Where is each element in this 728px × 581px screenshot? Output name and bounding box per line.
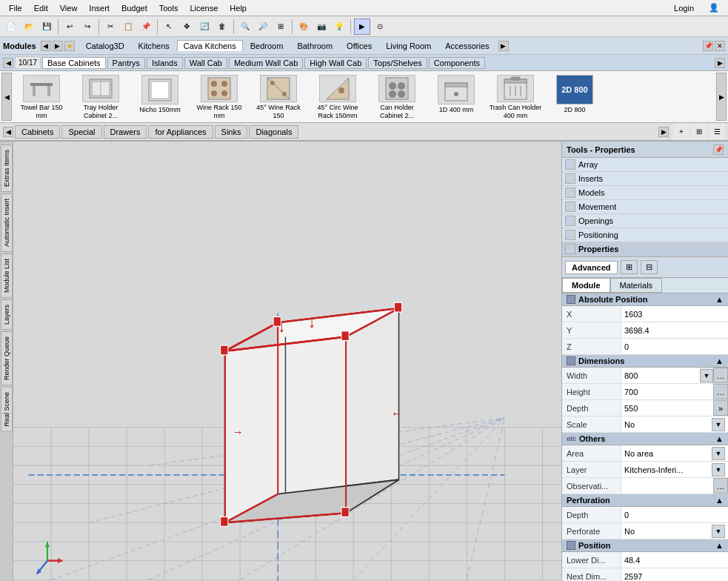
cat-tab-kitchens[interactable]: Kitchens: [132, 40, 176, 52]
sub-tab-base[interactable]: Base Cabinets: [42, 57, 106, 69]
item-nicho[interactable]: Nicho 150mm: [130, 73, 190, 121]
sub-scroll-right[interactable]: ▶: [715, 58, 725, 68]
y-input[interactable]: [624, 326, 725, 335]
catalog3d-star[interactable]: ★: [64, 41, 75, 51]
item-can-holder[interactable]: Can Holder Cabinet 2...: [367, 73, 427, 121]
cursor-btn[interactable]: ▶: [354, 19, 370, 35]
zoom-in-btn[interactable]: 🔍: [237, 19, 253, 35]
prop-value-lower-dim[interactable]: 48.4: [621, 552, 728, 568]
table-icon-tab[interactable]: ⊞: [621, 260, 638, 274]
cat-tab-bedroom[interactable]: Bedroom: [244, 40, 290, 52]
nav-positioning[interactable]: Positioning: [562, 228, 728, 242]
menu-help[interactable]: Help: [224, 2, 253, 14]
height-dots[interactable]: …: [713, 384, 728, 399]
menu-insert[interactable]: Insert: [83, 2, 116, 14]
login-button[interactable]: Login: [668, 2, 700, 14]
area-dropdown[interactable]: ▼: [712, 447, 725, 460]
zoom-all-btn[interactable]: ⊞: [273, 19, 289, 35]
advanced-tab[interactable]: Advanced: [565, 261, 618, 274]
scroll-left-btn[interactable]: ◀: [41, 41, 51, 51]
cat-tab-catalog3d[interactable]: Catalog3D: [79, 40, 131, 52]
pointer-btn[interactable]: ⊙: [372, 19, 388, 35]
sidebar-real-scene[interactable]: Real Scene: [1, 387, 13, 432]
scroll-right-btn[interactable]: ▶: [53, 41, 63, 51]
nav-array[interactable]: Array: [562, 158, 728, 172]
rotate-btn[interactable]: 🔄: [196, 19, 213, 35]
prop-value-x[interactable]: [621, 306, 728, 322]
menu-file[interactable]: File: [3, 2, 28, 14]
redo-btn[interactable]: ↪: [79, 19, 96, 35]
t3-tab-cabinets[interactable]: Cabinets: [15, 125, 60, 139]
width-dots[interactable]: …: [713, 368, 728, 383]
sidebar-auto-insert[interactable]: Automatic Insert: [1, 193, 13, 252]
undo-btn[interactable]: ↩: [61, 19, 78, 35]
item-trash-can[interactable]: Trash Can Holder 400 mm: [486, 73, 545, 121]
scale-dropdown[interactable]: ▼: [712, 418, 725, 431]
t3-scroll-right[interactable]: ▶: [658, 127, 669, 137]
save-btn[interactable]: 💾: [39, 19, 55, 35]
prop-value-z[interactable]: [621, 339, 728, 354]
paste-btn[interactable]: 📌: [138, 19, 154, 35]
new-btn[interactable]: 📄: [3, 19, 19, 35]
sub-scroll-left[interactable]: ◀: [3, 58, 13, 68]
items-scroll-right[interactable]: ▶: [716, 73, 727, 121]
prop-value-scale[interactable]: No ▼: [621, 416, 728, 432]
prop-value-y[interactable]: [621, 322, 728, 338]
menu-license[interactable]: License: [184, 2, 224, 14]
prop-value-area[interactable]: No area ▼: [621, 445, 728, 461]
z-input[interactable]: [624, 342, 725, 351]
list-view-btn[interactable]: ☰: [709, 124, 725, 140]
zoom-out-btn[interactable]: 🔎: [255, 19, 271, 35]
menu-budget[interactable]: Budget: [116, 2, 153, 14]
open-btn[interactable]: 📂: [21, 19, 37, 35]
section-dimensions[interactable]: Dimensions ▲: [562, 355, 728, 368]
nav-properties[interactable]: Properties: [562, 242, 728, 256]
sidebar-layers[interactable]: Layers: [1, 299, 13, 330]
cut-btn[interactable]: ✂: [102, 19, 118, 35]
t3-tab-diagonals[interactable]: Diagonals: [249, 125, 298, 139]
x-input[interactable]: [624, 310, 725, 319]
item-towel-bar[interactable]: Towel Bar 150 mm: [12, 73, 71, 121]
item-wine-rack[interactable]: Wine Rack 150 mm: [190, 73, 249, 121]
sub-tab-tops[interactable]: Tops/Shelves: [368, 57, 427, 69]
item-2d-800[interactable]: 2D 800 2D 800: [545, 73, 604, 121]
module-tab[interactable]: Module: [562, 278, 610, 293]
right-panel-pin[interactable]: 📌: [713, 145, 724, 155]
prop-value-observati[interactable]: [621, 478, 713, 494]
nav-inserts[interactable]: Inserts: [562, 172, 728, 186]
delete-btn[interactable]: 🗑: [214, 19, 230, 35]
nav-openings[interactable]: Openings: [562, 214, 728, 228]
move-btn[interactable]: ✥: [178, 19, 195, 35]
t3-scroll-left[interactable]: ◀: [3, 127, 13, 137]
menu-edit[interactable]: Edit: [28, 2, 54, 14]
sub-tab-components[interactable]: Components: [429, 57, 485, 69]
prop-value-height[interactable]: 700: [621, 384, 713, 399]
add-filter-btn[interactable]: +: [673, 124, 689, 140]
t3-tab-special[interactable]: Special: [61, 125, 101, 139]
cat-tab-accessories[interactable]: Accessories: [438, 40, 495, 52]
depth-dots[interactable]: »: [713, 400, 728, 416]
materials-tab-rp[interactable]: Materials: [610, 278, 663, 293]
menu-tools[interactable]: Tools: [153, 2, 184, 14]
prop-value-depth[interactable]: 550: [621, 400, 713, 416]
render-btn[interactable]: 🎨: [295, 19, 312, 35]
cat-scroll-right[interactable]: ▶: [498, 41, 509, 51]
sub-tab-wall[interactable]: Wall Cab: [184, 57, 227, 69]
item-1d-400[interactable]: 1D 400 mm: [427, 73, 486, 121]
panel-close[interactable]: ✕: [715, 41, 725, 51]
copy-btn[interactable]: 📋: [120, 19, 136, 35]
sub-tab-high[interactable]: High Wall Cab: [304, 57, 367, 69]
nav-movement[interactable]: Movement: [562, 200, 728, 214]
items-scroll-left[interactable]: ◀: [1, 73, 12, 121]
observati-dots[interactable]: …: [713, 478, 728, 494]
list-icon-tab[interactable]: ⊟: [641, 260, 658, 274]
section-others[interactable]: etc Others ▲: [562, 433, 728, 445]
width-dropdown[interactable]: ▼: [700, 369, 713, 382]
item-45-circ[interactable]: 45° Circ Wine Rack 150mm: [308, 73, 367, 121]
prop-value-width[interactable]: 800: [621, 368, 700, 383]
t3-tab-appliances[interactable]: for Appliances: [148, 125, 213, 139]
cat-tab-cava[interactable]: Cava Kitchens: [177, 40, 243, 51]
section-absolute-position[interactable]: Absolute Position ▲: [562, 293, 728, 306]
prop-value-next-dim[interactable]: 2597: [621, 568, 728, 581]
sidebar-extras[interactable]: Extras Items: [1, 145, 13, 192]
